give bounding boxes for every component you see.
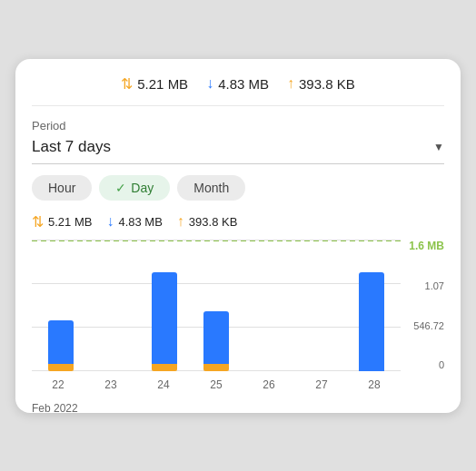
chart-area: 22232425262728 Feb 2022 1.6 MB1.07546.72… — [32, 240, 444, 398]
chart-stat-1: ⇅ 5.21 MB — [32, 213, 92, 231]
stat-3: ↑ 393.8 KB — [287, 75, 355, 92]
period-label: Period — [32, 119, 444, 132]
bar-group — [242, 240, 293, 371]
y-labels: 1.6 MB1.07546.720 — [401, 240, 444, 398]
x-label: 28 — [348, 373, 401, 398]
chart-stats-row: ⇅ 5.21 MB ↓ 4.83 MB ↑ 393.8 KB — [32, 213, 444, 231]
stat-2: ↓ 4.83 MB — [206, 75, 269, 92]
top-stats-row: ⇅ 5.21 MB ↓ 4.83 MB ↑ 393.8 KB — [32, 75, 444, 106]
arrow-updown-icon-1: ⇅ — [121, 75, 133, 93]
bar-blue — [48, 320, 74, 364]
x-label: 22 — [32, 373, 84, 398]
tab-day-label: Day — [131, 181, 154, 195]
bars-container — [32, 240, 401, 371]
bar-blue — [203, 311, 229, 364]
bar-blue — [152, 272, 177, 364]
arrow-up-icon-3: ↑ — [287, 75, 294, 92]
chart-stat-2-value: 4.83 MB — [118, 215, 162, 229]
y-label: 1.6 MB — [406, 240, 444, 252]
chart-arrow-updown-icon: ⇅ — [32, 213, 44, 231]
bar-stack — [203, 311, 229, 371]
arrow-down-icon-2: ↓ — [206, 75, 213, 92]
y-label: 0 — [406, 359, 444, 370]
period-section: Period Last 7 days ▼ Hour ✓ Day Month ⇅ … — [32, 106, 444, 398]
x-labels: 22232425262728 — [32, 373, 401, 398]
y-label: 1.07 — [406, 280, 444, 291]
period-selected-value: Last 7 days — [32, 138, 111, 156]
x-label: 26 — [243, 373, 295, 398]
bar-stack — [48, 320, 74, 371]
bar-group — [345, 240, 397, 371]
main-card: ⇅ 5.21 MB ↓ 4.83 MB ↑ 393.8 KB Period La… — [15, 59, 461, 413]
bar-orange — [203, 364, 229, 371]
bar-group — [191, 240, 243, 371]
x-label: 25 — [190, 373, 243, 398]
bar-stack — [152, 272, 177, 371]
period-tabs: Hour ✓ Day Month — [32, 175, 444, 201]
chevron-down-icon: ▼ — [433, 141, 444, 153]
stat-3-value: 393.8 KB — [299, 76, 355, 92]
chart-arrow-up-icon: ↑ — [177, 213, 184, 230]
bar-stack — [359, 272, 384, 371]
tab-day[interactable]: ✓ Day — [99, 175, 170, 201]
x-date-info: Feb 2022 — [32, 402, 78, 415]
bar-group — [139, 240, 191, 371]
period-dropdown[interactable]: Last 7 days ▼ — [32, 138, 444, 164]
check-icon: ✓ — [115, 181, 126, 195]
stat-2-value: 4.83 MB — [218, 76, 269, 92]
chart-stat-3-value: 393.8 KB — [189, 215, 238, 229]
bar-group — [35, 240, 87, 371]
chart-body: 22232425262728 Feb 2022 — [32, 240, 401, 398]
x-label: 23 — [84, 373, 137, 398]
chart-stat-2: ↓ 4.83 MB — [106, 213, 162, 230]
chart-stat-1-value: 5.21 MB — [48, 215, 92, 229]
bar-blue — [359, 272, 384, 371]
chart-arrow-down-icon: ↓ — [106, 213, 114, 230]
stat-1-value: 5.21 MB — [137, 76, 188, 92]
tab-hour[interactable]: Hour — [32, 175, 92, 201]
bar-orange — [48, 364, 74, 371]
x-label: 24 — [137, 373, 190, 398]
x-label: 27 — [295, 373, 348, 398]
stat-1: ⇅ 5.21 MB — [121, 75, 188, 93]
chart-stat-3: ↑ 393.8 KB — [177, 213, 238, 230]
bar-orange — [152, 364, 177, 371]
tab-month[interactable]: Month — [177, 175, 245, 201]
bar-group — [87, 240, 139, 371]
bar-group — [293, 240, 345, 371]
y-label: 546.72 — [406, 320, 444, 331]
